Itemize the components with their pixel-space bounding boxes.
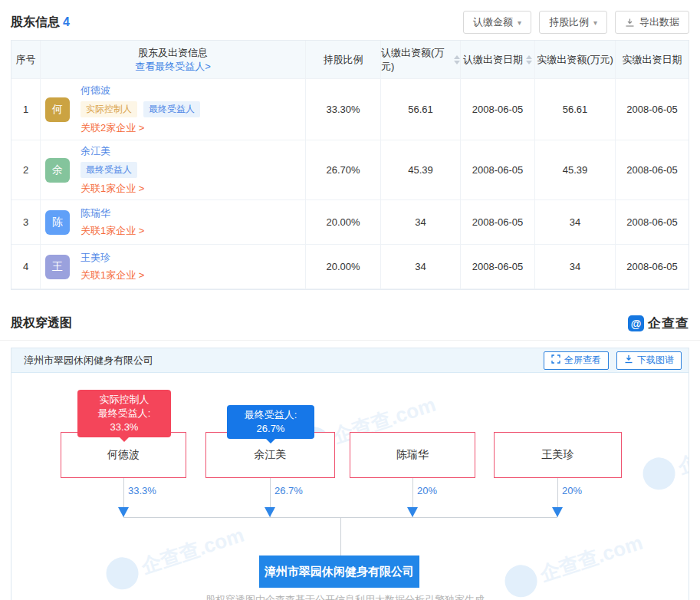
view-beneficiary-link[interactable]: 查看最终受益人> — [135, 60, 211, 74]
related-companies-link[interactable]: 关联1家企业 > — [81, 269, 144, 282]
paid-date-value: 2008-06-05 — [616, 79, 688, 140]
export-data-label: 导出数据 — [639, 15, 679, 29]
col-paid-amount: 实缴出资额(万元) — [535, 41, 616, 79]
table-header-row: 序号 股东及出资信息 查看最终受益人> 持股比例 认缴出资额(万元) 认缴出资日… — [12, 41, 688, 79]
col-ratio: 持股比例 — [306, 41, 381, 79]
ratio-dropdown[interactable]: 持股比例▾ — [539, 11, 607, 34]
ownership-percent: 20% — [417, 485, 437, 496]
col-shareholder: 股东及出资信息 查看最终受益人> — [41, 41, 306, 79]
chevron-down-icon: ▾ — [593, 18, 597, 27]
download-icon — [625, 18, 635, 28]
watermark: 企查查.com — [102, 519, 248, 594]
subscribed-date-value: 2008-06-05 — [461, 79, 535, 140]
arrow-down-icon — [407, 507, 418, 517]
fullscreen-icon — [551, 354, 560, 366]
chart-node-shareholder[interactable]: 陈瑞华 — [350, 432, 475, 478]
fullscreen-label: 全屏查看 — [564, 354, 601, 367]
paid-amount-value: 45.39 — [535, 140, 616, 200]
subscribed-amount-dropdown[interactable]: 认缴金额▾ — [463, 11, 531, 34]
paid-date-value: 2008-06-05 — [616, 200, 688, 245]
sort-icon[interactable] — [526, 55, 532, 64]
shareholder-name-link[interactable]: 陈瑞华 — [81, 206, 110, 220]
shareholder-name-link[interactable]: 余江美 — [81, 144, 110, 158]
table-row: 1 何 何德波 实际控制人 最终受益人 关联2家企业 > 33.30% 56.6… — [12, 79, 688, 140]
fullscreen-button[interactable]: 全屏查看 — [544, 351, 609, 370]
ownership-percent: 20% — [562, 485, 582, 496]
actual-controller-badge-line2: 最终受益人: 33.3% — [85, 407, 163, 434]
equity-chart-panel: 漳州市翠园休闲健身有限公司 全屏查看 下载图谱 企查查.com 企查查.com … — [11, 348, 689, 600]
related-companies-link[interactable]: 关联1家企业 > — [81, 182, 144, 196]
related-companies-link[interactable]: 关联2家企业 > — [81, 121, 144, 135]
connector-line — [340, 517, 341, 555]
shareholder-name-link[interactable]: 王美珍 — [81, 251, 110, 265]
section-title: 股东信息4 — [11, 15, 70, 31]
shareholder-section-header: 股东信息4 认缴金额▾ 持股比例▾ 导出数据 — [0, 0, 700, 40]
actual-controller-badge: 实际控制人 最终受益人: 33.3% — [77, 390, 171, 437]
avatar: 陈 — [45, 210, 70, 235]
shareholder-count: 4 — [63, 15, 70, 28]
watermark: 企查查.com — [501, 526, 647, 600]
download-chart-button[interactable]: 下载图谱 — [616, 351, 682, 370]
download-chart-label: 下载图谱 — [637, 354, 674, 367]
subscribed-amount-value: 45.39 — [381, 140, 461, 200]
ratio-value: 20.00% — [306, 245, 381, 289]
ultimate-beneficiary-tag: 最终受益人 — [81, 162, 137, 178]
chart-company-name: 漳州市翠园休闲健身有限公司 — [24, 354, 153, 368]
ratio-dropdown-label: 持股比例 — [549, 15, 589, 29]
chevron-down-icon: ▾ — [518, 18, 521, 27]
row-index: 2 — [12, 140, 41, 200]
paid-date-value: 2008-06-05 — [616, 245, 688, 289]
paid-amount-value: 34 — [535, 200, 616, 245]
shareholder-table: 序号 股东及出资信息 查看最终受益人> 持股比例 认缴出资额(万元) 认缴出资日… — [11, 40, 689, 290]
row-index: 3 — [12, 200, 41, 245]
equity-chart-toolbar: 漳州市翠园休闲健身有限公司 全屏查看 下载图谱 — [12, 348, 688, 373]
arrow-down-icon — [552, 507, 563, 517]
ratio-value: 26.70% — [306, 140, 381, 200]
avatar: 何 — [45, 97, 70, 122]
chart-footer-note: 股权穿透图由企查查基于公开信息利用大数据分析引擎独家生成。 — [12, 593, 688, 600]
export-data-button[interactable]: 导出数据 — [615, 11, 689, 34]
chart-node-company[interactable]: 漳州市翠园休闲健身有限公司 — [259, 555, 419, 588]
page: 股东信息4 认缴金额▾ 持股比例▾ 导出数据 序号 股东及出资信息 查看最终受益… — [0, 0, 700, 600]
ratio-value: 20.00% — [306, 200, 381, 245]
subscribed-date-value: 2008-06-05 — [461, 200, 535, 245]
shareholder-cell: 陈 陈瑞华 关联1家企业 > — [41, 200, 306, 245]
chart-node-shareholder[interactable]: 王美珍 — [494, 432, 622, 478]
qichacha-logo-text: 企查查 — [648, 315, 689, 332]
shareholder-cell: 王 王美珍 关联1家企业 > — [41, 245, 306, 289]
ultimate-beneficiary-tag: 最终受益人 — [143, 101, 200, 117]
equity-title: 股权穿透图 — [11, 315, 72, 331]
actual-controller-tag: 实际控制人 — [81, 101, 137, 117]
sort-icon[interactable] — [454, 55, 460, 64]
col-index: 序号 — [12, 41, 41, 79]
table-row: 2 余 余江美 最终受益人 关联1家企业 > 26.70% 45.39 2008… — [12, 140, 688, 200]
col-subscribed-amount: 认缴出资额(万元) — [381, 41, 461, 79]
col-subscribed-date-label: 认缴出资日期 — [463, 53, 523, 67]
beneficiary-badge: 最终受益人: 26.7% — [227, 405, 314, 439]
arrow-down-icon — [265, 507, 275, 517]
subscribed-date-value: 2008-06-05 — [461, 245, 535, 289]
avatar: 王 — [45, 255, 70, 279]
table-row: 4 王 王美珍 关联1家企业 > 20.00% 34 2008-06-05 34… — [12, 245, 688, 289]
watermark: 企查查.com — [639, 419, 688, 494]
shareholder-cell: 余 余江美 最终受益人 关联1家企业 > — [41, 140, 306, 200]
qichacha-logo-icon: @ — [628, 315, 644, 331]
shareholder-toolbar: 认缴金额▾ 持股比例▾ 导出数据 — [463, 11, 689, 34]
col-shareholder-label: 股东及出资信息 — [138, 46, 208, 60]
shareholder-name-link[interactable]: 何德波 — [81, 84, 110, 97]
paid-amount-value: 56.61 — [535, 79, 616, 140]
subscribed-amount-value: 34 — [381, 200, 461, 245]
arrow-down-icon — [118, 507, 129, 517]
row-index: 1 — [12, 79, 41, 140]
subscribed-amount-value: 56.61 — [381, 79, 461, 140]
subscribed-amount-value: 34 — [381, 245, 461, 289]
subscribed-date-value: 2008-06-05 — [461, 140, 535, 200]
download-icon — [624, 354, 633, 366]
related-companies-link[interactable]: 关联1家企业 > — [81, 224, 144, 238]
qichacha-logo: @ 企查查 — [628, 315, 689, 332]
shareholder-cell: 何 何德波 实际控制人 最终受益人 关联2家企业 > — [41, 79, 306, 140]
ownership-percent: 33.3% — [128, 485, 156, 496]
col-subscribed-amount-label: 认缴出资额(万元) — [381, 46, 451, 74]
avatar: 余 — [45, 158, 70, 183]
subscribed-amount-dropdown-label: 认缴金额 — [473, 15, 513, 29]
